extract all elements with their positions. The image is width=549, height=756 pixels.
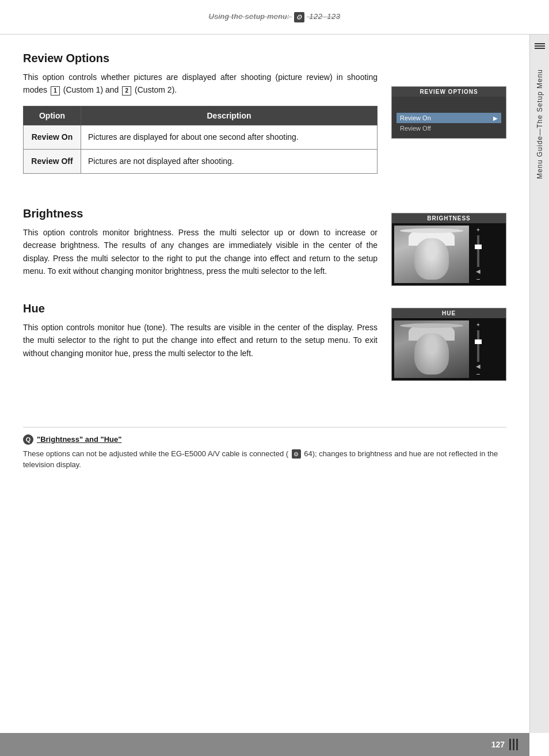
custom1-box: 1	[51, 86, 60, 96]
page-header: Using the setup menu: 122–123	[0, 0, 549, 35]
setup-icon	[294, 12, 304, 22]
table-header-description: Description	[81, 106, 378, 125]
review-options-screen-body: Review On ▶ Review Off	[392, 97, 506, 138]
header-label: Using the setup menu:	[209, 12, 290, 21]
review-options-camera-screen: REVIEW OPTIONS Review On ▶ Review Off	[391, 86, 506, 139]
table-header-option: Option	[24, 106, 81, 125]
hue-content: + ◀ –	[392, 318, 506, 380]
page-lines-decoration	[509, 739, 518, 750]
slider-minus-label: –	[476, 276, 480, 282]
brightness-screen-title: BRIGHTNESS	[392, 213, 506, 223]
hue-portrait	[394, 320, 469, 378]
option-review-on: Review On	[24, 125, 81, 149]
review-options-screen: REVIEW OPTIONS Review On ▶ Review Off	[391, 52, 506, 191]
note-section: "Brightness" and "Hue" These options can…	[23, 427, 506, 471]
table-row: Review Off Pictures are not displayed af…	[24, 149, 378, 173]
table-row: Review On Pictures are displayed for abo…	[24, 125, 378, 149]
page-number: 127	[491, 740, 505, 749]
menu-lines-icon	[533, 39, 547, 53]
brightness-camera-screen: BRIGHTNESS +	[391, 213, 506, 286]
review-options-title: Review Options	[23, 52, 378, 65]
main-content: Review Options This option controls whet…	[0, 35, 529, 505]
header-text: Using the setup menu: 122–123	[209, 12, 341, 22]
review-on-item: Review On ▶	[396, 113, 501, 123]
note-body: These options can not be adjusted while …	[23, 448, 506, 471]
review-off-item: Review Off	[396, 123, 501, 133]
brightness-title: Brightness	[23, 207, 378, 220]
page-range: 122–123	[309, 12, 340, 21]
hue-slider-arrow-icon: ◀	[476, 363, 481, 369]
brightness-slider: + ◀ –	[471, 226, 485, 283]
hue-slider-plus-label: +	[476, 322, 480, 328]
note-setup-icon	[292, 449, 301, 459]
review-options-table: Option Description Review On Pictures ar…	[23, 106, 378, 174]
option-review-off: Review Off	[24, 149, 81, 173]
hue-title: Hue	[23, 302, 378, 315]
sidebar-label: Menu Guide—The Setup Menu	[536, 69, 544, 179]
bottom-bar: 127	[0, 733, 529, 756]
arrow-icon: ▶	[493, 115, 498, 121]
note-q-icon	[23, 434, 33, 445]
brightness-portrait	[394, 226, 469, 283]
hue-screen-container: HUE +	[391, 302, 506, 381]
review-options-body: This option controls whether pictures ar…	[23, 71, 378, 97]
hue-text: Hue This option controls monitor hue (to…	[23, 302, 378, 381]
review-options-section: Review Options This option controls whet…	[23, 52, 506, 191]
brightness-text: Brightness This option controls monitor …	[23, 207, 378, 286]
brightness-section: Brightness This option controls monitor …	[23, 207, 506, 286]
hue-slider-minus-label: –	[476, 371, 480, 377]
review-options-screen-title: REVIEW OPTIONS	[392, 87, 506, 97]
slider-track	[477, 235, 479, 267]
description-review-off: Pictures are not displayed after shootin…	[81, 149, 378, 173]
hue-body: This option controls monitor hue (tone).…	[23, 321, 378, 360]
hue-slider: + ◀ –	[471, 320, 485, 378]
brightness-screen-container: BRIGHTNESS +	[391, 207, 506, 286]
hue-slider-thumb	[475, 339, 482, 344]
note-heading: "Brightness" and "Hue"	[37, 435, 121, 444]
note-title-row: "Brightness" and "Hue"	[23, 434, 506, 445]
slider-plus-label: +	[476, 227, 480, 233]
hue-camera-screen: HUE +	[391, 308, 506, 381]
right-sidebar: Menu Guide—The Setup Menu	[529, 35, 549, 733]
hue-slider-track	[477, 330, 479, 362]
review-options-text: Review Options This option controls whet…	[23, 52, 378, 191]
hue-screen-title: HUE	[392, 308, 506, 318]
custom2-box: 2	[122, 86, 131, 96]
brightness-content: + ◀ –	[392, 223, 506, 285]
description-review-on: Pictures are displayed for about one sec…	[81, 125, 378, 149]
slider-thumb	[475, 245, 482, 249]
brightness-body: This option controls monitor brightness.…	[23, 226, 378, 278]
slider-arrow-icon: ◀	[476, 268, 481, 274]
hue-section: Hue This option controls monitor hue (to…	[23, 302, 506, 381]
